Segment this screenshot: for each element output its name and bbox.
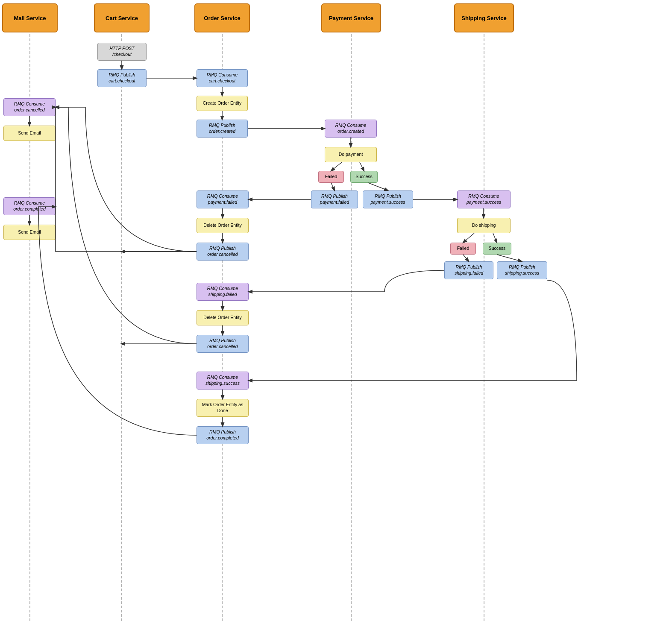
- mail-service-header: Mail Service: [2, 3, 58, 32]
- failed-payment: Failed: [318, 171, 344, 183]
- svg-line-7: [360, 162, 364, 171]
- mark-order-done: Mark Order Entity as Done: [197, 399, 249, 417]
- svg-line-17: [463, 233, 474, 243]
- rmq-pub-order-created: RMQ Publishorder.created: [197, 120, 248, 138]
- rmq-pub-shipping-success: RMQ Publishshipping.success: [497, 261, 547, 279]
- rmq-pub-payment-failed: RMQ Publishpayment.failed: [311, 190, 358, 208]
- do-shipping: Do shipping: [457, 218, 511, 233]
- diagram: Mail Service Cart Service Order Service …: [0, 0, 672, 621]
- failed-shipping: Failed: [450, 243, 476, 255]
- delete-order-2: Delete Order Entity: [197, 310, 249, 325]
- rmq-con-order-completed-mail: RMQ Consumeorder.completed: [3, 197, 56, 215]
- mail-dashed-line: [29, 34, 30, 621]
- rmq-pub-order-completed: RMQ Publishorder.completed: [197, 426, 249, 444]
- shipping-dashed-line: [484, 34, 484, 621]
- shipping-service-header: Shipping Service: [454, 3, 514, 32]
- rmq-pub-order-cancelled-1: RMQ Publishorder.cancelled: [197, 243, 249, 261]
- rmq-pub-cart-checkout: RMQ Publishcart.checkout: [97, 69, 147, 87]
- rmq-con-shipping-failed-order: RMQ Consumeshipping.failed: [197, 283, 249, 301]
- success-payment: Success: [350, 171, 378, 183]
- svg-line-18: [493, 233, 497, 243]
- send-email-1: Send Email: [3, 126, 56, 141]
- rmq-con-payment-failed-order: RMQ Consumepayment.failed: [197, 190, 249, 208]
- arrows-svg: [0, 0, 672, 621]
- cart-service-header: Cart Service: [94, 3, 150, 32]
- send-email-2: Send Email: [3, 225, 56, 240]
- rmq-con-cart-checkout: RMQ Consumecart.checkout: [197, 69, 248, 87]
- svg-line-20: [497, 255, 522, 261]
- rmq-con-order-cancelled-mail: RMQ Consumeorder.cancelled: [3, 98, 56, 116]
- rmq-con-order-created-pay: RMQ Consumeorder.created: [325, 120, 377, 138]
- svg-line-6: [331, 162, 342, 171]
- rmq-pub-shipping-failed: RMQ Publishshipping.failed: [444, 261, 493, 279]
- svg-line-9: [368, 183, 388, 190]
- payment-service-header: Payment Service: [321, 3, 381, 32]
- http-post-node: HTTP POST/checkout: [97, 43, 147, 61]
- rmq-pub-order-cancelled-2: RMQ Publishorder.cancelled: [197, 335, 249, 353]
- delete-order-1: Delete Order Entity: [197, 218, 249, 233]
- do-payment: Do payment: [325, 147, 377, 162]
- order-service-header: Order Service: [194, 3, 250, 32]
- rmq-pub-payment-success: RMQ Publishpayment.success: [363, 190, 413, 208]
- rmq-con-shipping-success-order: RMQ Consumeshipping.success: [197, 372, 249, 390]
- rmq-con-payment-success-ship: RMQ Consumepayment.success: [457, 190, 511, 208]
- create-order-entity: Create Order Entity: [197, 96, 248, 111]
- svg-line-19: [463, 255, 469, 261]
- svg-line-8: [331, 183, 335, 190]
- success-shipping: Success: [483, 243, 511, 255]
- cart-dashed-line: [121, 34, 122, 621]
